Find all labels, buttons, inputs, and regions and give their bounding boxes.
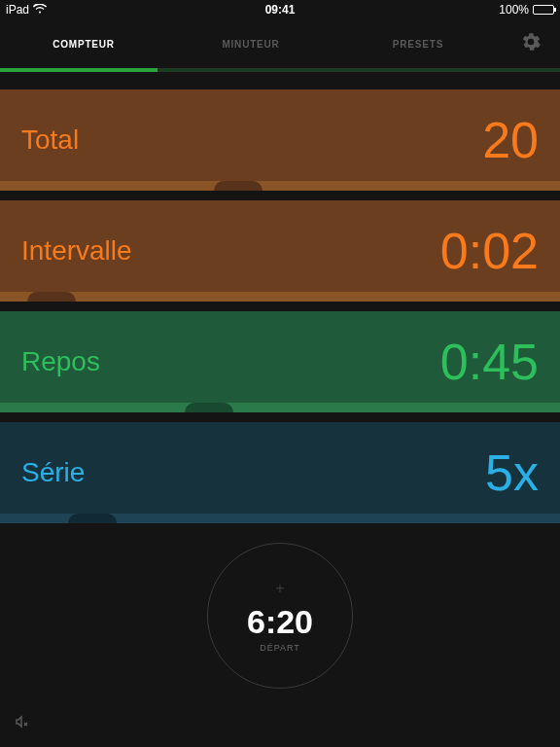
tab-indicator — [0, 68, 158, 72]
row-serie-handle[interactable] — [68, 514, 117, 523]
row-total-label: Total — [21, 124, 79, 156]
row-serie-label: Série — [21, 457, 85, 488]
gear-icon — [521, 32, 541, 55]
settings-button[interactable] — [502, 32, 560, 55]
row-total[interactable]: Total 20 — [0, 89, 560, 191]
start-label: DÉPART — [260, 643, 300, 653]
wifi-icon — [33, 3, 47, 17]
tab-bar: COMPTEUR MINUTEUR PRESETS — [0, 19, 560, 68]
settings-rows: Total 20 Intervalle 0:02 Repos 0:45 Séri… — [0, 72, 560, 523]
status-right: 100% — [499, 3, 554, 17]
start-time: 6:20 — [247, 603, 313, 641]
plus-icon: + — [275, 580, 284, 597]
row-repos[interactable]: Repos 0:45 — [0, 311, 560, 412]
row-total-track[interactable] — [0, 181, 560, 191]
row-serie[interactable]: Série 5x — [0, 422, 560, 523]
battery-icon — [533, 5, 554, 15]
row-intervalle-track[interactable] — [0, 292, 560, 302]
tab-presets[interactable]: PRESETS — [334, 39, 502, 50]
row-total-value: 20 — [482, 111, 539, 169]
tab-indicator-track — [0, 68, 560, 72]
battery-text: 100% — [499, 3, 529, 17]
mute-icon — [14, 716, 29, 732]
row-serie-value: 5x — [485, 444, 539, 502]
tab-minuteur[interactable]: MINUTEUR — [167, 39, 334, 50]
status-left: iPad — [6, 3, 47, 17]
status-bar: iPad 09:41 100% — [0, 0, 560, 19]
row-repos-label: Repos — [21, 346, 100, 377]
row-repos-value: 0:45 — [440, 333, 539, 391]
row-serie-track[interactable] — [0, 514, 560, 523]
mute-button[interactable] — [14, 714, 29, 733]
row-total-handle[interactable] — [214, 181, 262, 191]
status-time: 09:41 — [265, 3, 296, 17]
tab-compteur[interactable]: COMPTEUR — [0, 39, 167, 50]
device-label: iPad — [6, 3, 29, 17]
row-repos-track[interactable] — [0, 403, 560, 412]
row-intervalle-value: 0:02 — [440, 222, 539, 280]
row-intervalle-handle[interactable] — [27, 292, 76, 302]
row-intervalle-label: Intervalle — [21, 235, 132, 267]
start-button[interactable]: + 6:20 DÉPART — [207, 543, 353, 689]
row-repos-handle[interactable] — [185, 403, 233, 412]
bottom-area: + 6:20 DÉPART — [0, 543, 560, 689]
row-intervalle[interactable]: Intervalle 0:02 — [0, 200, 560, 302]
